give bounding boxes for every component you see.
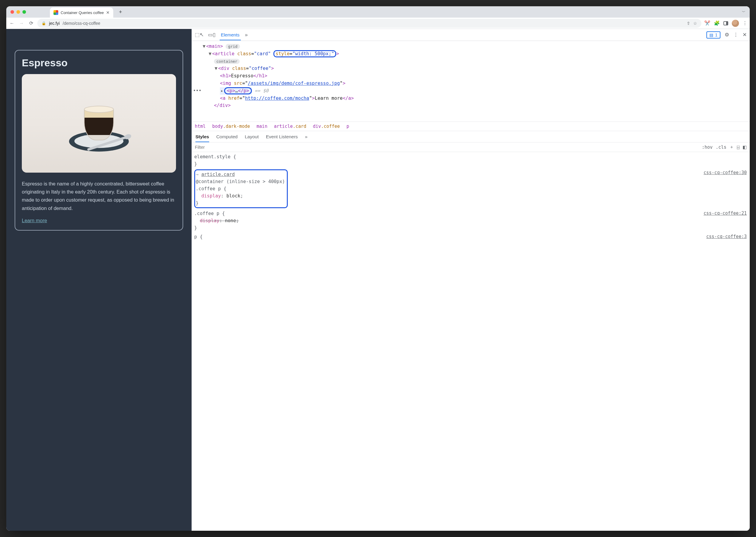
crumb-body: body.dark-mode xyxy=(212,124,250,129)
devtools-tab-bar: ⬚↖ ▭▯ Elements » ▤ 1 ⚙ ⋮ ✕ xyxy=(192,29,378,41)
title-bar: Container Queries coffee ✕ + ﹀ xyxy=(6,6,378,18)
selected-p-row: ••• ▸<p>…</p> == $0 xyxy=(194,87,378,95)
rule-coffee-p-overridden: .coffee p { css-cq-coffee:21 display: no… xyxy=(194,210,378,231)
browser-tab[interactable]: Container Queries coffee ✕ xyxy=(50,8,113,18)
window-controls xyxy=(11,10,26,14)
tab-title: Container Queries coffee xyxy=(61,11,104,15)
url-path: /demo/css-cq-coffee xyxy=(63,21,100,26)
back-button[interactable]: ← xyxy=(9,21,15,26)
highlight-container-rule: → article.card @container (inline-size >… xyxy=(194,169,288,208)
grid-badge[interactable]: grid xyxy=(226,44,240,49)
highlight-style-attr: style="width: 500px;" xyxy=(273,50,336,57)
subtabs-more-icon[interactable]: » xyxy=(305,134,308,140)
rule-p: p { css-cq-coffee:3 xyxy=(194,233,378,240)
browser-window: Container Queries coffee ✕ + ﹀ ← → ⟳ 🔒 j… xyxy=(6,6,378,268)
crumb-article: article.card xyxy=(274,124,306,129)
favicon-icon xyxy=(54,10,58,15)
styles-subtabs: Styles Computed Layout Event Listeners » xyxy=(192,131,378,143)
subtab-event-listeners[interactable]: Event Listeners xyxy=(266,134,298,140)
styles-filter-input[interactable] xyxy=(195,145,378,150)
container-badge[interactable]: container xyxy=(214,59,240,64)
crumb-div: div.coffee xyxy=(313,124,340,129)
maximize-window-button[interactable] xyxy=(22,10,26,14)
coffee-card: Espresso Espresso is the name of a highl… xyxy=(15,50,183,230)
tabs-more-icon[interactable]: » xyxy=(245,32,248,38)
address-bar[interactable]: 🔒 jec.fyi/demo/css-cq-coffee ⇧ ☆ xyxy=(37,19,378,28)
inspect-icon[interactable]: ⬚↖ xyxy=(195,32,204,38)
devtools-panel: ⬚↖ ▭▯ Elements » ▤ 1 ⚙ ⋮ ✕ ▼<main> grid … xyxy=(192,29,378,268)
highlight-p-element: <p>…</p> xyxy=(224,87,252,94)
device-toggle-icon[interactable]: ▭▯ xyxy=(208,32,215,38)
subtab-styles[interactable]: Styles xyxy=(196,131,209,142)
style-rules-pane[interactable]: element.style {} → article.card @contain… xyxy=(192,152,378,268)
url-host: jec.fyi xyxy=(49,21,60,26)
elements-tree[interactable]: ▼<main> grid ▼<article class="card" styl… xyxy=(192,41,378,122)
new-tab-button[interactable]: + xyxy=(116,8,125,16)
crumb-p: p xyxy=(346,124,349,129)
ellipsis-icon[interactable]: ••• xyxy=(193,87,201,95)
tab-elements[interactable]: Elements xyxy=(220,29,241,40)
minimize-window-button[interactable] xyxy=(17,10,20,14)
close-tab-icon[interactable]: ✕ xyxy=(106,10,110,15)
page-viewport: Espresso Espresso is the name of a highl… xyxy=(6,29,192,268)
forward-button[interactable]: → xyxy=(18,21,25,26)
learn-more-link[interactable]: Learn more xyxy=(22,218,47,223)
browser-toolbar: ← → ⟳ 🔒 jec.fyi/demo/css-cq-coffee ⇧ ☆ ✂… xyxy=(6,18,378,29)
close-window-button[interactable] xyxy=(11,10,14,14)
coffee-image xyxy=(22,74,176,173)
lock-icon: 🔒 xyxy=(42,21,46,25)
reload-button[interactable]: ⟳ xyxy=(28,20,34,26)
crumb-html: html xyxy=(195,124,205,129)
card-title: Espresso xyxy=(22,57,176,69)
card-description: Espresso is the name of a highly concent… xyxy=(22,180,176,212)
styles-filter-row: :hov .cls ＋ ⌸ ◧ xyxy=(192,143,378,152)
elements-breadcrumb[interactable]: html body.dark-mode main article.card di… xyxy=(192,122,378,131)
subtab-computed[interactable]: Computed xyxy=(216,134,238,140)
crumb-main: main xyxy=(257,124,267,129)
rule-element-style: element.style {} xyxy=(194,153,378,168)
subtab-layout[interactable]: Layout xyxy=(245,134,259,140)
rule-container-query: → article.card @container (inline-size >… xyxy=(194,169,378,208)
